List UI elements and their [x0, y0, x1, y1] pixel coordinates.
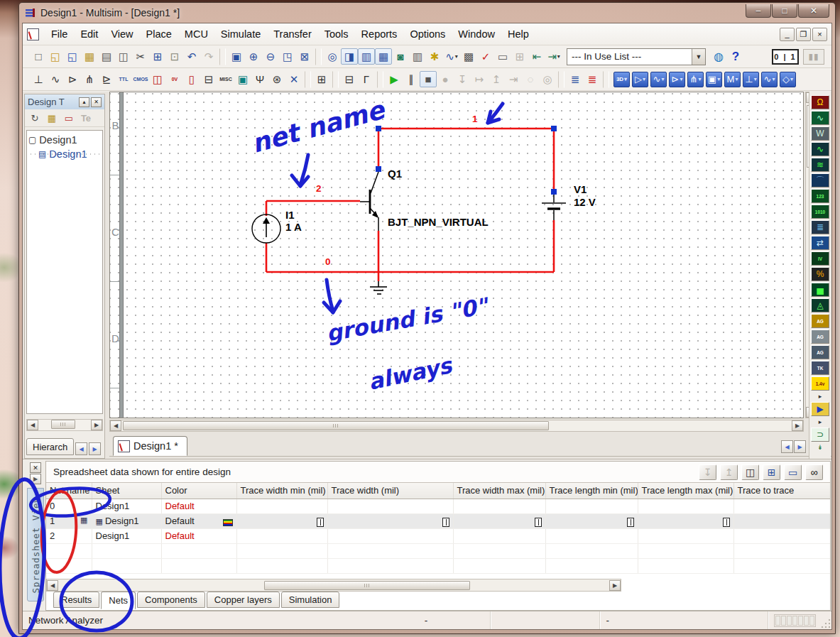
place-analog-icon[interactable]: ⊵	[98, 71, 115, 87]
edit-symbol-icon[interactable]: ⊞	[511, 48, 528, 65]
menu-item[interactable]: Reports	[355, 26, 404, 43]
menu-item[interactable]: Window	[452, 26, 501, 43]
fullscreen-icon[interactable]: ▣	[228, 48, 245, 65]
v1-value-label[interactable]: 12 V	[574, 196, 596, 208]
sort-descending-icon[interactable]: ↥	[720, 464, 738, 480]
scroll-left-icon[interactable]: ◀	[110, 420, 121, 431]
postprocessor-icon[interactable]: ▩	[460, 48, 477, 65]
forward-annotate-icon[interactable]: ⇥	[545, 48, 562, 65]
run-to-cursor-icon[interactable]: ⇥	[505, 71, 522, 87]
save-icon[interactable]: ▦	[81, 48, 98, 65]
virtual-misc-icon[interactable]: M	[724, 72, 741, 87]
tree-item[interactable]: ▤ Design1	[28, 147, 101, 161]
spectrum-analyzer-icon[interactable]: ▅	[811, 283, 829, 297]
print-preview-icon[interactable]: ◫	[115, 48, 132, 65]
column-header[interactable]: Trace length min (mil)	[545, 483, 638, 499]
logic-converter-icon[interactable]: ⇄	[811, 236, 829, 250]
logic-analyzer-icon[interactable]: ≣	[811, 220, 829, 234]
virtual-signal-icon[interactable]: ◇	[780, 72, 796, 87]
scroll-left-icon[interactable]: ◀	[47, 580, 58, 591]
place-indicator-icon[interactable]: ▯	[183, 71, 200, 87]
spreadsheet-close-icon[interactable]: ✕	[30, 462, 41, 473]
tree-item[interactable]: ▢ Design1	[28, 133, 101, 147]
four-channel-oscilloscope-icon[interactable]: ≋	[811, 158, 829, 172]
virtual-basic-icon[interactable]: ∿	[650, 72, 667, 87]
distortion-analyzer-icon[interactable]: %	[811, 267, 829, 281]
q1-model-label[interactable]: BJT_NPN_VIRTUAL	[388, 216, 489, 228]
design-toolbox-toggle-icon[interactable]: ◨	[341, 48, 358, 65]
capture-area-icon[interactable]: ▭	[494, 48, 511, 65]
rename-sheet-icon[interactable]: ▭	[62, 111, 76, 125]
net-label-0[interactable]: 0	[325, 256, 331, 267]
oscilloscope-icon[interactable]: ∿	[811, 142, 829, 156]
place-transistor-icon[interactable]: ⋔	[81, 71, 98, 87]
education-web-icon[interactable]: ◍	[710, 48, 727, 65]
text-tool-icon[interactable]: Te	[79, 111, 93, 125]
record-icon[interactable]: ●	[437, 71, 454, 87]
pause-icon[interactable]: ∥	[403, 71, 420, 87]
open-sample-icon[interactable]: ◱	[64, 48, 81, 65]
place-misc-digital-icon[interactable]: ◫	[149, 71, 166, 87]
zoom-area-icon[interactable]: ◳	[279, 48, 296, 65]
place-diode-icon[interactable]: ⊳	[64, 71, 81, 87]
menu-item[interactable]: Help	[501, 26, 535, 43]
mdi-close-button[interactable]: ×	[812, 28, 827, 41]
menu-item[interactable]: Tools	[318, 26, 355, 43]
place-cmos-icon[interactable]: CMOS	[132, 71, 149, 87]
menu-item[interactable]: MCU	[178, 26, 214, 43]
power-switch-button[interactable]: 0 | 1	[772, 49, 799, 65]
simulation-list-icon[interactable]: ≣	[584, 71, 601, 87]
column-header[interactable]: Trace length max (mil)	[638, 483, 733, 499]
in-use-list-dropdown[interactable]: --- In Use List --- ▼	[567, 48, 706, 65]
place-misc-icon[interactable]: MISC	[217, 71, 234, 87]
scroll-right-icon[interactable]: ▶	[609, 580, 621, 591]
agilent-multimeter-icon[interactable]: AG	[811, 330, 829, 344]
menu-item[interactable]: File	[45, 26, 74, 43]
resize-grip[interactable]	[820, 618, 831, 629]
table-row[interactable]: 2▦ ▦Design1 Default	[46, 528, 830, 543]
net-label-1[interactable]: 1	[472, 114, 478, 124]
scroll-right-icon[interactable]: ▶	[792, 420, 803, 431]
probe-menu-arrow-icon[interactable]: ▸	[811, 392, 829, 401]
tab-hierarchy[interactable]: Hierarch	[26, 438, 74, 455]
column-header[interactable]: Color	[161, 483, 236, 499]
virtual-diode-icon[interactable]: ⊳	[669, 72, 685, 87]
measurement-probe-icon[interactable]: 1.4v	[811, 376, 829, 391]
tab-scroll-right-icon[interactable]: ▶	[89, 442, 101, 455]
menu-item[interactable]: Place	[140, 26, 178, 43]
copy-icon[interactable]: ⊞	[149, 48, 166, 65]
export-icon[interactable]: ◫	[741, 464, 759, 480]
mdi-restore-button[interactable]: ❐	[796, 28, 811, 41]
word-generator-icon[interactable]: 1010	[811, 205, 829, 219]
hierarchy-block-icon[interactable]: ⊟	[341, 71, 358, 87]
toolbox-minimize-button[interactable]: ▴	[79, 97, 89, 107]
spreadsheet-toggle-icon[interactable]: ▥	[358, 48, 375, 65]
table-row[interactable]: 0▦ ▦Design1 Default	[46, 499, 830, 513]
place-mixed-icon[interactable]: 0V	[166, 71, 183, 87]
column-header[interactable]: Trace to trace	[733, 483, 830, 499]
toolbox-close-button[interactable]: ✕	[91, 97, 102, 107]
undo-icon[interactable]: ↶	[183, 48, 200, 65]
place-source-icon[interactable]: ⊥	[30, 71, 47, 87]
tab-scroll-left-icon[interactable]: ◀	[75, 442, 87, 455]
spreadsheet-expand-icon[interactable]: ▶	[30, 474, 41, 484]
tab-design1[interactable]: Design1 *	[113, 436, 187, 456]
menu-item[interactable]: Edit	[74, 26, 104, 43]
place-peripherals-icon[interactable]: ▣	[234, 71, 251, 87]
wattmeter-icon[interactable]: W	[811, 126, 829, 141]
q1-refdes[interactable]: Q1	[388, 168, 402, 180]
select-cells-icon[interactable]: ▭	[784, 464, 802, 480]
breadboard-view-icon[interactable]: ◙	[392, 48, 409, 65]
grapher-icon[interactable]: ∿	[443, 48, 460, 65]
function-generator-icon[interactable]: ∿	[811, 111, 829, 125]
run-icon[interactable]: ▶	[386, 71, 403, 87]
step-out-icon[interactable]: ↥	[488, 71, 505, 87]
database-manager-icon[interactable]: ▦	[375, 48, 392, 65]
tektronix-oscilloscope-icon[interactable]: TK	[811, 361, 829, 375]
canvas-hscrollbar[interactable]: ◀ ▶	[109, 420, 804, 432]
frequency-counter-icon[interactable]: 123	[811, 189, 829, 203]
menu-item[interactable]: Options	[403, 26, 452, 43]
net-label-2[interactable]: 2	[316, 183, 322, 194]
step-over-icon[interactable]: ↦	[471, 71, 488, 87]
stop-icon[interactable]: ■	[420, 71, 437, 87]
